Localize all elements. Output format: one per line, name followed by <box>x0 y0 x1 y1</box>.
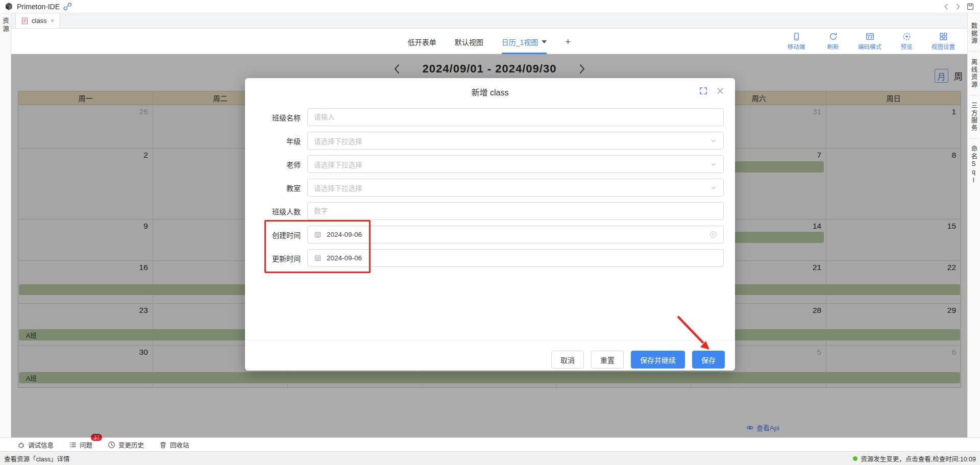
divider <box>969 52 978 52</box>
bottom-panel-bar: 调试信息 问题 37 变更历史 回收站 <box>0 437 980 451</box>
divider <box>969 138 978 139</box>
app-logo-icon <box>5 2 13 11</box>
preview-eye-icon <box>902 32 911 41</box>
action-label: 刷新 <box>827 42 839 51</box>
debug-info-button[interactable]: 调试信息 <box>17 440 54 450</box>
right-panel-strip: 数据源 离线资源 三方服务 命名Sql <box>967 13 980 437</box>
select-placeholder: 请选择下拉选择 <box>314 159 362 169</box>
debug-icon <box>17 441 25 449</box>
view-tab-label: 默认视图 <box>455 37 483 47</box>
save-file-icon[interactable] <box>966 3 974 11</box>
bottom-item-label: 变更历史 <box>118 440 144 450</box>
status-green-dot <box>853 456 857 461</box>
update-time-field[interactable]: 2024-09-06 <box>307 249 724 267</box>
action-label: 预览 <box>901 42 913 51</box>
code-mode-button[interactable]: 编码模式 <box>854 32 886 51</box>
sidebar-item-offline-resources[interactable]: 离线资源 <box>969 53 979 94</box>
create-time-field[interactable]: 2024-09-06 <box>307 226 724 243</box>
fullscreen-icon[interactable] <box>699 87 707 95</box>
mobile-preview-button[interactable]: 移动端 <box>780 32 812 51</box>
clock-icon <box>108 441 115 449</box>
date-value: 2024-09-06 <box>327 231 362 238</box>
problems-button[interactable]: 问题 37 <box>69 440 92 450</box>
sidebar-item-datasource[interactable]: 数据源 <box>969 16 979 51</box>
bottom-item-label: 回收站 <box>170 440 189 450</box>
close-icon[interactable] <box>717 87 724 94</box>
classroom-select[interactable]: 请选择下拉选择 <box>307 179 724 197</box>
add-view-button[interactable]: + <box>565 29 571 54</box>
field-label: 创建时间 <box>245 230 307 240</box>
new-class-dialog: 新增 class 班级名称 年级 请选择下拉选择 老师 请选择下拉选择 <box>245 78 735 371</box>
field-label: 年级 <box>245 136 307 146</box>
recycle-bin-button[interactable]: 回收站 <box>159 440 189 450</box>
form-row: 年级 请选择下拉选择 <box>245 132 724 150</box>
save-button[interactable]: 保存 <box>692 351 725 369</box>
bottom-item-label: 调试信息 <box>28 440 54 450</box>
field-label: 更新时间 <box>245 253 307 263</box>
refresh-button[interactable]: 刷新 <box>817 32 849 51</box>
select-placeholder: 请选择下拉选择 <box>314 183 362 193</box>
tab-label: class <box>32 17 47 25</box>
view-tab-label: 日历_1视图 <box>502 37 538 47</box>
sidebar-item-third-party-services[interactable]: 三方服务 <box>969 96 979 138</box>
class-size-input[interactable] <box>307 202 724 220</box>
clear-icon[interactable] <box>709 231 717 238</box>
trash-icon <box>159 441 167 449</box>
class-name-input[interactable] <box>307 108 724 126</box>
view-settings-button[interactable]: 视图设置 <box>927 32 959 51</box>
editor-tab-bar: class × <box>11 13 967 29</box>
view-tab-label: 低开表单 <box>408 37 436 47</box>
tab-class[interactable]: class × <box>15 13 60 28</box>
calendar-icon <box>314 254 322 262</box>
refresh-icon <box>829 32 838 41</box>
teacher-select[interactable]: 请选择下拉选择 <box>307 155 724 173</box>
form-row: 教室 请选择下拉选择 <box>245 179 724 197</box>
sidebar-item-resources[interactable]: 资源 <box>1 17 10 33</box>
title-bar: Primeton-IDE <box>0 0 980 13</box>
form-row: 班级名称 <box>245 108 724 126</box>
field-label: 班级名称 <box>245 112 307 123</box>
view-tab-calendar[interactable]: 日历_1视图 <box>502 29 547 54</box>
field-label: 老师 <box>245 159 307 169</box>
left-activity-strip: 资源 <box>0 13 11 437</box>
dialog-footer: 取消 重置 保存并继续 保存 <box>245 340 735 371</box>
form-row: 创建时间 2024-09-06 <box>245 226 724 243</box>
chevron-down-icon <box>710 137 717 144</box>
action-label: 编码模式 <box>858 42 881 51</box>
form-row: 更新时间 2024-09-06 <box>245 249 724 267</box>
preview-button[interactable]: 预览 <box>891 32 922 51</box>
divider <box>969 95 978 95</box>
form-row: 班级人数 <box>245 202 724 220</box>
app-title: Primeton-IDE <box>17 3 60 11</box>
form-row: 老师 请选择下拉选择 <box>245 155 724 173</box>
view-tab-form[interactable]: 低开表单 <box>408 29 436 54</box>
cancel-button[interactable]: 取消 <box>551 351 584 369</box>
view-toolbar: 低开表单 默认视图 日历_1视图 + 移动端 <box>11 29 967 54</box>
status-bar: 查看资源「class」详情 资源发生变更，点击查看,检查时间:10:09 <box>0 451 980 465</box>
action-label: 移动端 <box>788 42 805 51</box>
status-right-text[interactable]: 资源发生变更，点击查看,检查时间:10:09 <box>861 454 976 463</box>
field-label: 教室 <box>245 183 307 193</box>
nav-forward-icon[interactable] <box>954 3 962 10</box>
calendar-icon <box>314 231 322 238</box>
view-tab-default[interactable]: 默认视图 <box>455 29 483 54</box>
grid-icon <box>939 32 948 41</box>
bottom-item-label: 问题 <box>80 440 92 450</box>
list-icon <box>69 441 77 449</box>
document-icon <box>21 17 28 25</box>
field-label: 班级人数 <box>245 206 307 216</box>
nav-back-icon[interactable] <box>943 3 950 10</box>
reset-button[interactable]: 重置 <box>591 351 624 369</box>
change-history-button[interactable]: 变更历史 <box>108 440 144 450</box>
mobile-icon <box>792 32 801 41</box>
date-value: 2024-09-06 <box>327 254 362 262</box>
grade-select[interactable]: 请选择下拉选择 <box>307 132 724 150</box>
save-and-continue-button[interactable]: 保存并继续 <box>631 351 685 369</box>
select-placeholder: 请选择下拉选择 <box>314 136 362 146</box>
sidebar-item-named-sql[interactable]: 命名Sql <box>969 139 979 191</box>
link-icon[interactable] <box>63 2 72 11</box>
tab-close-icon[interactable]: × <box>51 17 55 24</box>
dialog-title: 新增 class <box>245 86 735 98</box>
chevron-down-icon[interactable] <box>542 40 547 43</box>
chevron-down-icon <box>710 184 717 191</box>
